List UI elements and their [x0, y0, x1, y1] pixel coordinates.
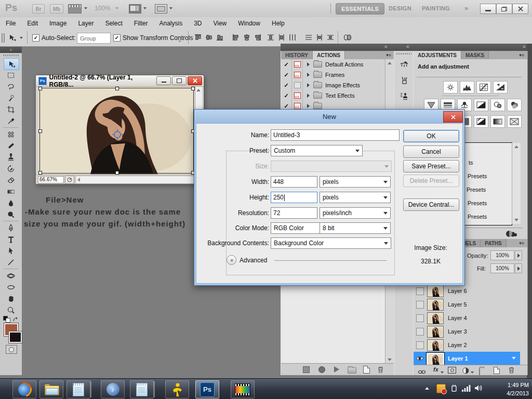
action-set-label[interactable]: Image Effects	[325, 82, 360, 88]
eye-icon[interactable]	[416, 354, 424, 364]
gradient-tool[interactable]	[4, 186, 18, 197]
layer-name[interactable]: Layer 3	[448, 328, 467, 335]
workspace-more-icon[interactable]: »	[464, 4, 469, 12]
size-dropdown[interactable]	[271, 161, 392, 172]
visibility-toggle[interactable]	[416, 301, 424, 309]
workspace-painting[interactable]: PAINTING	[422, 3, 450, 14]
delete-layer-icon[interactable]	[508, 366, 515, 376]
default-colors-icon[interactable]	[3, 316, 10, 322]
dialog-close-button[interactable]	[443, 111, 463, 123]
opacity-value[interactable]: 100%	[490, 250, 514, 260]
scroll-up-icon[interactable]	[388, 62, 392, 64]
brightness-contrast-adjustment-icon[interactable]	[443, 81, 458, 94]
mini-bridge-button[interactable]: Mb	[50, 4, 63, 14]
transform-handle[interactable]	[38, 171, 42, 175]
cancel-button[interactable]: Cancel	[403, 145, 459, 158]
record-icon[interactable]	[318, 366, 325, 373]
advanced-expander-button[interactable]: »	[227, 255, 236, 265]
dialog-title-bar[interactable]: New	[194, 110, 464, 123]
scroll-up-icon[interactable]	[196, 89, 201, 91]
width-unit-dropdown[interactable]: pixels	[320, 176, 391, 188]
spot-healing-tool[interactable]	[4, 129, 18, 140]
action-set-label[interactable]: Text Effects	[325, 92, 355, 99]
right-dock-collapse-icon[interactable]: »	[523, 44, 526, 49]
stop-recording-icon[interactable]	[303, 366, 310, 373]
menu-image[interactable]: Image	[44, 18, 72, 29]
align-bottom-edges-icon[interactable]	[215, 33, 224, 42]
action-row[interactable]: ✓ Text Effects	[281, 90, 385, 101]
distribute-bottom-edges-icon[interactable]	[288, 33, 297, 42]
layer-thumbnail[interactable]	[427, 326, 444, 338]
action-check-icon[interactable]: ✓	[284, 72, 288, 78]
adjustment-arrow-icon[interactable]	[471, 371, 474, 374]
new-set-icon[interactable]	[348, 367, 356, 374]
tab-adjustments[interactable]: ADJUSTMENTS	[414, 51, 461, 59]
taskbar-notepad2-button[interactable]	[130, 380, 154, 398]
menu-3d[interactable]: 3D	[188, 18, 207, 29]
bridge-button[interactable]: Br	[32, 4, 45, 14]
layer-thumbnail[interactable]	[427, 285, 444, 297]
align-top-edges-icon[interactable]	[193, 33, 202, 42]
save-preset-button[interactable]: Save Preset...	[403, 160, 459, 172]
layer-row[interactable]: Layer 2	[414, 338, 520, 352]
distribute-right-edges-icon[interactable]	[326, 33, 335, 42]
visibility-toggle[interactable]	[416, 287, 424, 295]
panel-menu-icon[interactable]: ▾≡	[383, 51, 394, 59]
transform-handle[interactable]	[38, 87, 42, 90]
scroll-down-icon[interactable]	[514, 219, 518, 221]
align-right-edges-icon[interactable]	[253, 33, 262, 42]
hand-tool[interactable]	[4, 293, 18, 304]
arrange-documents-icon[interactable]	[129, 4, 141, 14]
black-white-adjustment-icon[interactable]	[474, 99, 488, 111]
lasso-tool[interactable]	[4, 81, 18, 92]
levels-adjustment-icon[interactable]	[460, 81, 474, 94]
scroll-up-icon[interactable]	[514, 145, 518, 148]
tool-preset-dropdown-icon[interactable]	[20, 37, 23, 39]
taskbar-aim-button[interactable]	[165, 380, 189, 398]
layer-row[interactable]: Layer 6	[414, 284, 520, 298]
height-unit-dropdown[interactable]: pixels	[320, 192, 391, 203]
taskbar-notepad-button[interactable]	[66, 380, 90, 398]
tray-volume-icon[interactable]	[474, 384, 483, 394]
marquee-tool[interactable]	[4, 70, 18, 81]
layer-style-arrow-icon[interactable]	[441, 371, 444, 374]
screen-mode-dropdown-icon[interactable]	[169, 7, 172, 9]
tab-actions[interactable]: ACTIONS	[313, 51, 345, 59]
menu-filter[interactable]: Filter	[128, 18, 154, 29]
brush-panel-button[interactable]	[397, 58, 411, 72]
restore-button[interactable]	[496, 4, 512, 14]
resolution-input[interactable]: 72	[271, 207, 317, 219]
zoom-dropdown-icon[interactable]	[115, 7, 118, 9]
type-tool[interactable]	[4, 234, 18, 245]
minimize-button[interactable]	[480, 4, 496, 14]
tray-power-icon[interactable]	[450, 384, 458, 394]
invert-adjustment-icon[interactable]	[474, 115, 488, 128]
trash-icon[interactable]	[377, 366, 384, 375]
expand-icon[interactable]	[307, 62, 310, 66]
action-dialog-toggle-icon[interactable]	[294, 103, 301, 109]
taskbar-imageready-button[interactable]	[231, 380, 255, 398]
layer-thumbnail[interactable]	[427, 339, 444, 351]
action-dialog-toggle-icon[interactable]	[294, 72, 301, 78]
play-icon[interactable]	[334, 366, 339, 373]
crop-tool[interactable]	[4, 104, 18, 115]
ok-button[interactable]: OK	[403, 130, 459, 142]
action-dialog-toggle-icon[interactable]	[294, 82, 301, 88]
expand-icon[interactable]	[307, 73, 310, 77]
tray-network-icon[interactable]	[461, 384, 471, 394]
tool-presets-panel-button[interactable]	[397, 74, 411, 87]
expand-icon[interactable]	[307, 83, 310, 87]
new-action-icon[interactable]	[363, 366, 370, 374]
transform-handle[interactable]	[191, 87, 195, 90]
distribute-horizontal-centers-icon[interactable]	[315, 33, 324, 42]
taskbar-firefox-button[interactable]	[12, 380, 36, 398]
document-close-button[interactable]	[188, 76, 202, 85]
scroll-down-icon[interactable]	[388, 358, 392, 361]
status-scrubby-button[interactable]	[65, 176, 74, 184]
align-left-edges-icon[interactable]	[231, 33, 240, 42]
taskbar-explorer-button[interactable]	[39, 380, 63, 398]
taskbar-itunes-button[interactable]: ♪	[101, 380, 125, 398]
tray-clock[interactable]: 1:49 PM 4/2/2013	[507, 381, 529, 397]
dodge-tool[interactable]	[4, 209, 18, 220]
show-transform-checkbox[interactable]: ✓	[113, 34, 121, 42]
